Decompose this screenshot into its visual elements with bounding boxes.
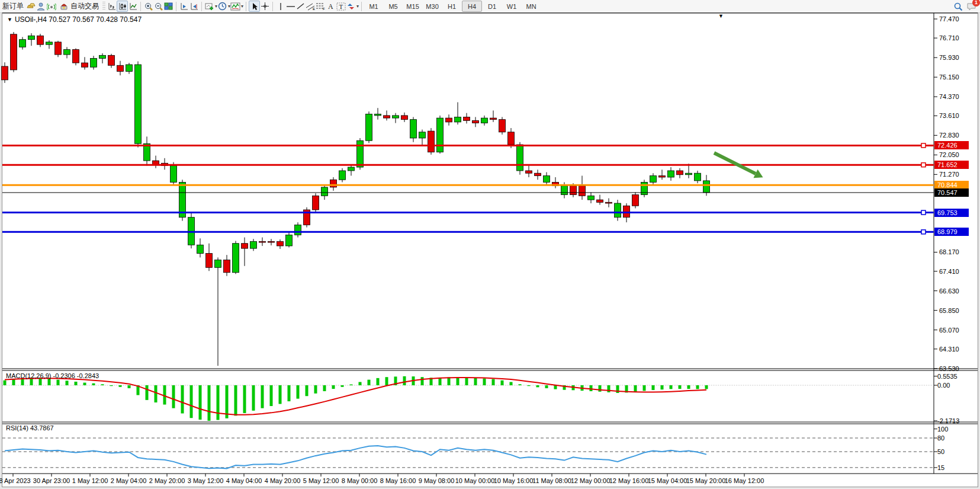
new-order-button[interactable]: 新订单 [0, 1, 26, 12]
candlestick-icon[interactable] [117, 1, 128, 12]
channel-icon[interactable]: E [306, 1, 316, 11]
text-label-icon[interactable]: T [336, 1, 346, 11]
auto-trading-label: 自动交易 [70, 1, 99, 11]
period-clock-icon[interactable] [217, 1, 227, 11]
new-chart-icon[interactable] [204, 1, 214, 11]
indicators-icon[interactable] [230, 1, 240, 11]
auto-scroll-icon[interactable] [179, 1, 189, 11]
arrows-dropdown-icon[interactable]: ▾ [356, 4, 359, 9]
terminal-icon[interactable] [36, 1, 46, 11]
chart-window [2, 12, 978, 487]
indicators-dropdown-icon[interactable]: ▾ [241, 4, 243, 9]
toolbar-separator [361, 2, 362, 11]
horizontal-line-icon[interactable] [285, 1, 295, 11]
toolbar-grip [102, 2, 105, 11]
svg-text:F: F [323, 7, 325, 11]
toolbar-separator [176, 2, 176, 11]
arrows-icon[interactable] [346, 1, 356, 11]
zoom-in-icon[interactable] [143, 1, 153, 11]
timeframe-button-H1[interactable]: H1 [442, 1, 461, 11]
timeframe-button-M5[interactable]: M5 [384, 1, 403, 11]
crosshair-icon[interactable] [260, 1, 270, 11]
timeframe-button-M1[interactable]: M1 [364, 1, 383, 11]
timeframe-button-M15[interactable]: M15 [403, 1, 422, 11]
signal-icon[interactable] [46, 1, 56, 11]
timeframe-button-MN[interactable]: MN [522, 1, 541, 11]
timeframe-button-D1[interactable]: D1 [483, 1, 502, 11]
svg-text:E: E [313, 7, 315, 11]
timeframe-toolbar: M1M5M15M30H1H4D1W1MN [364, 1, 541, 12]
toolbar-separator [140, 2, 141, 11]
line-chart-icon[interactable] [128, 1, 138, 11]
chart-shift-icon[interactable] [189, 1, 199, 11]
toolbar-separator [201, 2, 202, 11]
fibonacci-icon[interactable]: F [316, 1, 326, 11]
cursor-icon[interactable] [249, 1, 260, 12]
main-toolbar: 新订单 自动交易 ▾ [0, 0, 980, 13]
search-icon[interactable] [953, 1, 963, 11]
notification-badge: 1 [972, 0, 980, 7]
svg-text:T: T [339, 3, 343, 10]
timeframe-button-W1[interactable]: W1 [502, 1, 521, 11]
zoom-out-icon[interactable] [153, 1, 163, 11]
tile-windows-icon[interactable] [163, 1, 173, 11]
vertical-line-icon[interactable] [275, 1, 285, 11]
autotrade-icon [59, 1, 69, 11]
svg-text:A: A [328, 2, 333, 10]
new-order-label: 新订单 [2, 1, 24, 11]
gold-icon[interactable] [26, 1, 36, 11]
text-icon[interactable]: A [326, 1, 336, 11]
chat-icon[interactable]: 1 [966, 1, 976, 11]
trendline-icon[interactable] [295, 1, 306, 11]
toolbar-separator [246, 2, 246, 11]
bar-chart-icon[interactable] [107, 1, 117, 11]
timeframe-button-M30[interactable]: M30 [423, 1, 442, 11]
toolbar-separator [272, 2, 273, 11]
auto-trading-button[interactable]: 自动交易 [56, 1, 101, 12]
timeframe-button-H4[interactable]: H4 [462, 1, 482, 12]
